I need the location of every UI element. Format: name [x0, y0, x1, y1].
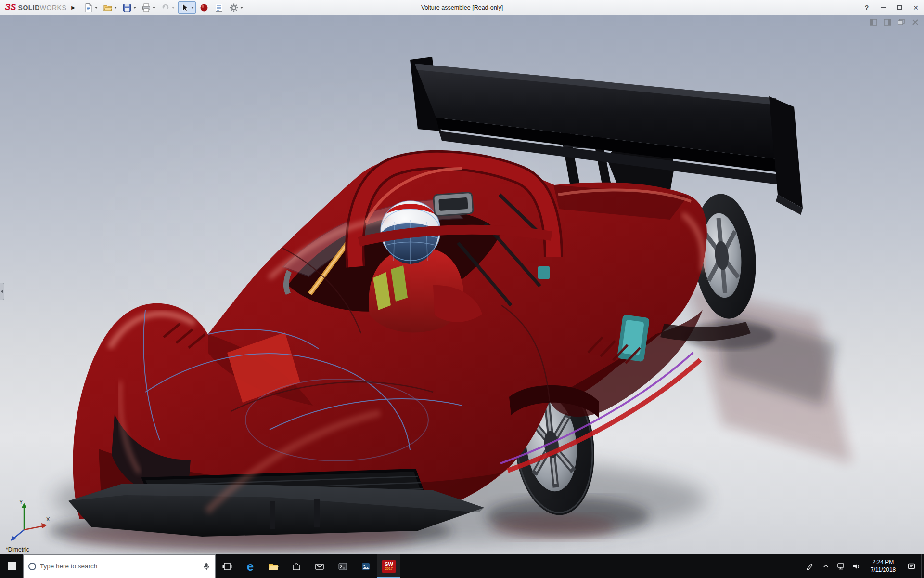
y-axis-label: Y — [19, 499, 23, 505]
windows-logo-icon — [8, 562, 16, 570]
new-document-icon — [84, 3, 93, 13]
select-cursor-icon — [180, 3, 190, 13]
view-orientation-label: *Dimetric — [6, 546, 29, 553]
close-button[interactable]: ✕ — [908, 0, 924, 15]
brand-solid: SOLID — [18, 4, 40, 12]
photos-icon — [360, 561, 371, 572]
window-controls: ? ✕ — [859, 0, 924, 15]
rear-view-mirror — [434, 192, 474, 216]
solidworks-titlebar: ЗS SOLID WORKS ▶ — [0, 0, 924, 15]
restore-document-button[interactable] — [897, 18, 905, 26]
show-desktop-button[interactable] — [921, 554, 924, 578]
race-car-3d-render[interactable] — [0, 15, 924, 554]
restore-icon — [898, 19, 905, 26]
file-explorer-icon — [268, 561, 279, 572]
taskbar-app-file-explorer[interactable] — [262, 554, 285, 578]
microphone-icon[interactable] — [202, 562, 211, 571]
taskbar-app-mail[interactable] — [308, 554, 331, 578]
mail-icon — [314, 561, 325, 572]
solidworks-icon: SW 2017 — [382, 560, 396, 573]
tile-right-icon — [884, 19, 891, 26]
save-button[interactable] — [120, 1, 138, 14]
menu-expand-arrow[interactable]: ▶ — [71, 5, 75, 10]
print-icon — [141, 3, 151, 13]
solidworks-logo: ЗS SOLID WORKS — [0, 2, 69, 13]
taskbar-app-photos[interactable] — [354, 554, 377, 578]
open-folder-icon — [103, 3, 113, 13]
task-view-icon — [222, 561, 232, 572]
clock-time: 2:24 PM — [873, 559, 894, 566]
dropdown-caret — [172, 7, 175, 9]
taskbar-app-store[interactable] — [285, 554, 308, 578]
minimize-button[interactable] — [875, 0, 891, 15]
tile-left-button[interactable] — [869, 18, 877, 26]
panel-collapse-handle[interactable] — [0, 283, 4, 300]
options-button[interactable] — [227, 1, 245, 14]
appearance-sphere-icon — [199, 3, 209, 13]
undo-button[interactable] — [159, 1, 177, 14]
network-icon[interactable] — [834, 554, 849, 578]
options-gear-icon — [229, 3, 239, 13]
open-button[interactable] — [101, 1, 119, 14]
file-properties-icon — [214, 3, 224, 13]
taskbar-app-solidworks-2017[interactable]: SW 2017 — [377, 554, 400, 578]
file-properties-button[interactable] — [212, 1, 226, 14]
search-input[interactable] — [40, 563, 199, 570]
print-button[interactable] — [140, 1, 157, 14]
close-icon — [912, 19, 919, 26]
pen-icon[interactable] — [803, 554, 818, 578]
dropdown-caret — [191, 7, 194, 9]
hidden-icons-chevron[interactable] — [818, 554, 834, 578]
action-center-icon[interactable] — [902, 554, 921, 578]
front-splitter — [68, 484, 484, 537]
help-button[interactable]: ? — [859, 0, 875, 15]
edge-icon: e — [247, 560, 254, 573]
command-prompt-icon — [337, 561, 348, 572]
volume-icon[interactable] — [849, 554, 864, 578]
document-window-controls — [869, 18, 919, 26]
x-axis-label: X — [46, 516, 50, 522]
undo-icon — [161, 3, 170, 13]
close-document-button[interactable] — [911, 18, 919, 26]
orientation-triad: Y X — [6, 498, 51, 544]
start-button[interactable] — [0, 554, 23, 578]
tile-left-icon — [870, 19, 877, 26]
taskbar-app-command-prompt[interactable] — [331, 554, 354, 578]
maximize-button[interactable] — [891, 0, 908, 15]
windows-taskbar: e SW 2017 2:24 PM 7/11/20 — [0, 554, 924, 578]
dropdown-caret — [153, 7, 155, 9]
dropdown-caret — [95, 7, 98, 9]
dassault-3ds-mark: ЗS — [5, 2, 16, 13]
new-document-button[interactable] — [82, 1, 100, 14]
taskbar-clock[interactable]: 2:24 PM 7/11/2018 — [864, 554, 902, 578]
search-circle-icon — [27, 562, 37, 571]
clock-date: 7/11/2018 — [871, 566, 896, 574]
document-title: Voiture assemblee [Read-only] — [421, 4, 503, 11]
select-tool-button[interactable] — [178, 1, 196, 14]
save-icon — [122, 3, 132, 13]
quick-access-toolbar — [82, 1, 245, 14]
store-icon — [291, 561, 302, 572]
maximize-icon — [897, 5, 902, 10]
appearances-button[interactable] — [197, 1, 211, 14]
system-tray: 2:24 PM 7/11/2018 — [803, 554, 924, 578]
taskbar-search[interactable] — [23, 554, 216, 578]
dropdown-caret — [114, 7, 117, 9]
task-view-button[interactable] — [216, 554, 239, 578]
brand-works: WORKS — [40, 4, 66, 12]
x-axis-arrow — [41, 523, 47, 528]
graphics-viewport[interactable]: Y X *Dimetric — [0, 15, 924, 554]
minimize-icon — [881, 7, 886, 8]
dropdown-caret — [240, 7, 243, 9]
taskbar-app-edge[interactable]: e — [239, 554, 262, 578]
tile-right-button[interactable] — [883, 18, 891, 26]
dropdown-caret — [133, 7, 136, 9]
